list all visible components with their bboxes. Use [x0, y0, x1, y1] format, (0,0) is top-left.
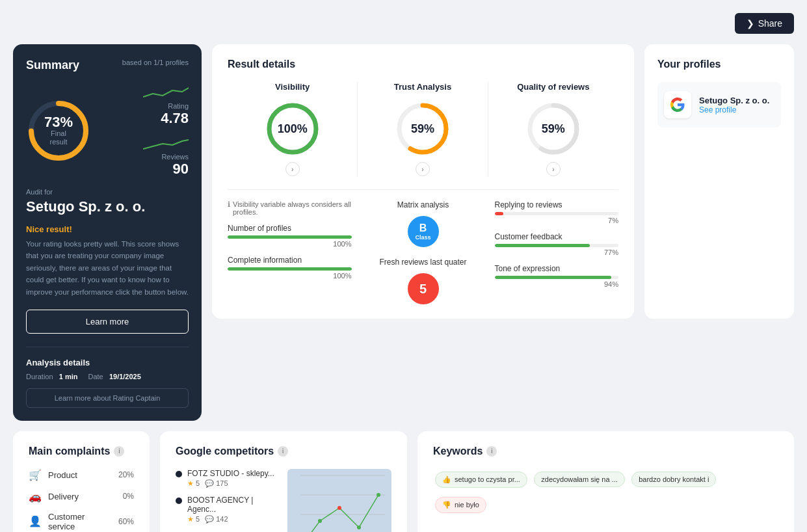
trust-nav-arrow[interactable]: › — [416, 162, 430, 176]
matrix-badge: B Class — [408, 216, 439, 247]
svg-point-16 — [357, 525, 361, 529]
replying-pct: 7% — [495, 217, 619, 224]
service-label: Customer service — [48, 512, 101, 531]
rating-label: Rating — [168, 102, 189, 110]
complaint-service: 👤 Customer service 60% — [29, 512, 134, 531]
tone-label: Tone of expression — [495, 264, 619, 273]
analysis-title: Analysis details — [26, 358, 189, 367]
result-details-card: Result details Visibility 100% › Trust — [212, 44, 634, 319]
tone-pct: 94% — [495, 280, 619, 288]
competitor-name-1: FOTZ STUDIO - sklepy... — [187, 469, 274, 478]
keyword-tag-2[interactable]: zdecydowałam się na ... — [534, 472, 624, 487]
feedback-pct: 77% — [495, 248, 619, 256]
matrix-col: Matrix analysis B Class Fresh reviews la… — [365, 200, 482, 304]
replying-label: Replying to reviews — [495, 200, 619, 209]
duration-value: 1 min — [59, 373, 78, 380]
result-text: Your rating looks pretty well. This scor… — [26, 238, 189, 298]
audit-for-label: Audit for — [26, 188, 189, 196]
date-value: 19/1/2025 — [109, 373, 141, 380]
delivery-icon: 🚗 — [29, 490, 42, 503]
keyword-text-2: zdecydowałam się na ... — [541, 475, 617, 483]
visibility-label: Visibility — [234, 82, 351, 92]
learn-more-button[interactable]: Learn more — [26, 310, 189, 334]
complaints-title: Main complaints — [29, 446, 110, 457]
share-button[interactable]: ❯ Share — [735, 13, 794, 34]
learn-captain-label: Learn more about Rating Captain — [55, 394, 161, 402]
keywords-card: Keywords i 👍 setugo to czysta pr... zdec… — [417, 431, 794, 532]
replying-item: Replying to reviews 7% — [495, 200, 619, 224]
complaints-info-icon: i — [114, 446, 124, 457]
keyword-tag-3[interactable]: bardzo dobry kontakt i — [631, 472, 716, 487]
duration-field: Duration 1 min — [26, 373, 77, 380]
duration-label: Duration — [26, 373, 53, 380]
feedback-item: Customer feedback 77% — [495, 232, 619, 256]
quality-value: 59% — [542, 122, 565, 136]
see-profile-link[interactable]: See profile — [699, 105, 769, 114]
number-profiles-pct: 100% — [228, 240, 352, 248]
summary-title: Summary — [26, 59, 79, 72]
svg-point-15 — [337, 506, 341, 510]
quality-metric: Quality of reviews 59% › — [488, 82, 618, 176]
profile-name: Setugo Sp. z o. o. — [699, 96, 769, 105]
trust-metric: Trust Analysis 59% › — [358, 82, 488, 176]
product-pct: 20% — [114, 470, 134, 479]
quality-label: Quality of reviews — [495, 82, 612, 92]
visibility-note: ℹ Visibility variable always considers a… — [228, 200, 352, 216]
complaint-delivery: 🚗 Delivery 0% — [29, 490, 134, 503]
final-label: Final result — [42, 129, 75, 146]
learn-captain-button[interactable]: Learn more about Rating Captain — [26, 388, 189, 408]
keywords-title: Keywords — [433, 446, 483, 457]
google-icon — [664, 91, 691, 118]
competitors-card: Google competitors i FOTZ STUDIO - sklep… — [160, 431, 407, 532]
rating-value: 4.78 — [161, 110, 189, 127]
matrix-class: Class — [415, 234, 430, 241]
comp2-rating: ★ 5 — [187, 515, 200, 524]
comp2-reviews: 💬 142 — [205, 515, 228, 524]
fresh-reviews-badge: 5 — [408, 273, 439, 304]
trust-label: Trust Analysis — [364, 82, 481, 92]
keyword-text-3: bardzo dobry kontakt i — [639, 475, 709, 483]
keywords-negative: 👎 nie było — [433, 494, 778, 516]
matrix-letter: B — [419, 222, 427, 234]
date-field: Date 19/1/2025 — [88, 373, 140, 380]
keywords-info-icon: i — [486, 446, 497, 457]
competitors-chart — [287, 469, 391, 532]
service-pct: 60% — [114, 517, 134, 526]
competitor-name-2: BOOST AGENCY | Agenc... — [187, 496, 280, 514]
comp1-reviews: 💬 175 — [205, 479, 228, 488]
keyword-neg-1[interactable]: 👎 nie było — [435, 497, 486, 513]
reviews-label: Reviews — [161, 153, 189, 161]
keyword-neg-text-1: nie było — [455, 501, 479, 509]
competitor-1: FOTZ STUDIO - sklepy... ★ 5 💬 175 — [176, 469, 280, 488]
visibility-metric: Visibility 100% › — [228, 82, 358, 176]
tone-item: Tone of expression 94% — [495, 264, 619, 288]
service-icon: 👤 — [29, 515, 42, 527]
fresh-reviews-label: Fresh reviews last quater — [379, 258, 466, 267]
number-profiles-item: Number of profiles 100% — [228, 224, 352, 248]
learn-more-label: Learn more — [86, 317, 129, 326]
summary-card: Summary based on 1/1 profiles 73% Final … — [13, 44, 202, 421]
keyword-tag-1[interactable]: 👍 setugo to czysta pr... — [435, 472, 527, 488]
number-profiles-label: Number of profiles — [228, 224, 352, 233]
based-on-label: based on 1/1 profiles — [122, 59, 189, 66]
complete-info-item: Complete information 100% — [228, 256, 352, 280]
final-percent: 73% — [42, 115, 75, 129]
reviews-value: 90 — [173, 161, 189, 178]
thumb-up-icon: 👍 — [442, 475, 451, 484]
profile-item: Setugo Sp. z o. o. See profile — [657, 82, 781, 127]
company-name: Setugo Sp. z o. o. — [26, 198, 189, 215]
reviews-sparkline — [143, 135, 189, 153]
profiles-card: Your profiles Setugo Sp. z o. o. See pro… — [644, 44, 794, 319]
date-label: Date — [88, 373, 103, 380]
final-result-circle: 73% Final result — [26, 98, 91, 163]
comp1-rating: ★ 5 — [187, 479, 200, 488]
quality-nav-arrow[interactable]: › — [546, 162, 561, 176]
analysis-details: Analysis details Duration 1 min Date 19/… — [26, 347, 189, 408]
competitors-title: Google competitors — [176, 446, 274, 457]
svg-point-17 — [377, 493, 380, 497]
complaints-card: Main complaints i 🛒 Product 20% 🚗 Delive… — [13, 431, 150, 532]
result-details-title: Result details — [228, 59, 618, 70]
complaint-product: 🛒 Product 20% — [29, 469, 134, 481]
visibility-nav-arrow[interactable]: › — [285, 162, 300, 176]
fresh-reviews-value: 5 — [419, 282, 427, 297]
